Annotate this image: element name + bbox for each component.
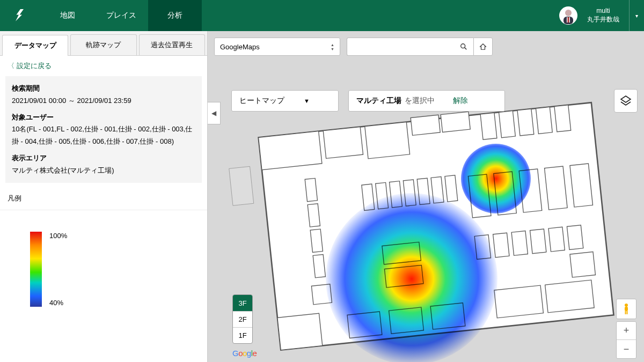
svg-rect-45: [389, 307, 424, 334]
tab-track-map[interactable]: 軌跡マップ: [70, 34, 136, 55]
svg-rect-10: [480, 113, 497, 139]
user-name: 丸手井数哉: [587, 16, 619, 24]
svg-point-48: [461, 44, 465, 48]
svg-rect-16: [308, 204, 320, 227]
svg-rect-46: [430, 303, 465, 329]
layers-icon: [619, 94, 632, 107]
svg-rect-14: [554, 105, 571, 132]
chevron-left-icon: 〈: [8, 61, 14, 71]
home-icon: [479, 43, 487, 50]
svg-rect-20: [277, 313, 323, 350]
pegman-button[interactable]: [616, 299, 636, 319]
floorplan-canvas: [215, 74, 636, 362]
svg-rect-32: [570, 164, 593, 207]
tab-data-map[interactable]: データマップ: [2, 35, 68, 56]
site-select[interactable]: マルティ工場 を選択中 解除: [348, 90, 505, 112]
users-label: 対象ユーザー: [12, 112, 195, 124]
zoom-in-button[interactable]: +: [617, 322, 636, 340]
svg-rect-23: [390, 181, 402, 208]
svg-rect-53: [627, 311, 628, 314]
svg-rect-28: [468, 174, 491, 218]
sidebar: データマップ 軌跡マップ 過去位置再生 〈 設定に戻る 検索期間 2021/09…: [0, 31, 208, 362]
svg-rect-43: [570, 252, 596, 278]
users-value: 10名(FL - 001,FL - 002,仕掛 - 001,仕掛 - 002,…: [12, 123, 195, 148]
back-to-settings[interactable]: 〈 設定に戻る: [0, 56, 207, 76]
period-value: 2021/09/01 00:00 ～ 2021/09/01 23:59: [12, 95, 195, 107]
user-org: multi: [587, 7, 619, 16]
svg-rect-9: [441, 112, 470, 132]
svg-rect-33: [382, 242, 421, 264]
svg-rect-29: [494, 172, 517, 215]
search-icon: [460, 43, 467, 50]
svg-rect-36: [493, 233, 509, 257]
svg-rect-12: [517, 109, 534, 136]
map-toolbar: GoogleMaps ▲▼: [214, 38, 638, 56]
floor-1f[interactable]: 1F: [233, 327, 252, 343]
svg-rect-8: [411, 115, 440, 135]
svg-rect-7: [365, 122, 410, 158]
nav-analysis[interactable]: 分析: [148, 0, 202, 31]
site-select-value: マルティ工場: [356, 96, 401, 106]
svg-point-0: [565, 10, 572, 16]
floor-3f[interactable]: 3F: [233, 295, 252, 311]
svg-rect-34: [384, 265, 423, 287]
svg-rect-41: [494, 285, 544, 318]
sidebar-collapse-handle[interactable]: ◀: [208, 102, 221, 124]
query-info-box: 検索期間 2021/09/01 00:00 ～ 2021/09/01 23:59…: [5, 76, 202, 183]
svg-rect-3: [568, 17, 569, 23]
triangle-left-icon: ◀: [211, 109, 216, 117]
layers-button[interactable]: [614, 89, 638, 113]
svg-rect-22: [376, 182, 389, 209]
legend-body: 100% 40%: [0, 210, 207, 307]
visualization-select[interactable]: ヒートマップ ▼: [231, 90, 339, 112]
svg-rect-44: [347, 312, 382, 338]
tab-past-replay[interactable]: 過去位置再生: [139, 34, 205, 55]
site-clear-button[interactable]: 解除: [453, 96, 468, 106]
svg-rect-25: [417, 178, 430, 204]
area-value: マルティ株式会社(マルティ工場): [12, 165, 195, 177]
home-button[interactable]: [473, 38, 493, 56]
user-menu-caret[interactable]: ▾: [629, 0, 644, 31]
legend-max: 100%: [49, 232, 67, 240]
site-select-suffix: を選択中: [405, 96, 435, 106]
legend-min: 40%: [49, 299, 67, 307]
svg-rect-24: [403, 180, 416, 206]
svg-line-49: [465, 48, 467, 50]
area-label: 表示エリア: [12, 152, 195, 165]
nav-map[interactable]: 地図: [41, 0, 94, 31]
zoom-control: + −: [616, 321, 636, 359]
google-logo: Google: [232, 349, 257, 358]
period-label: 検索期間: [12, 83, 195, 95]
svg-rect-18: [313, 255, 325, 278]
map-area[interactable]: GoogleMaps ▲▼ ◀ ヒートマップ ▼ マルティ工場: [208, 31, 644, 362]
search-input[interactable]: [347, 38, 454, 56]
floor-2f[interactable]: 2F: [233, 311, 252, 327]
legend-title: 凡例: [0, 187, 207, 210]
svg-rect-13: [536, 107, 552, 134]
svg-rect-21: [362, 184, 375, 210]
select-caret-icon: ▲▼: [331, 43, 334, 51]
app-header: 地図 プレイス 分析 multi 丸手井数哉 ▾: [0, 0, 644, 31]
svg-point-50: [625, 304, 628, 307]
basemap-select[interactable]: GoogleMaps ▲▼: [214, 38, 340, 56]
sidebar-tabs: データマップ 軌跡マップ 過去位置再生: [0, 31, 207, 56]
svg-rect-30: [519, 169, 542, 212]
svg-rect-6: [323, 127, 363, 158]
svg-rect-42: [545, 280, 595, 313]
search-button[interactable]: [454, 38, 473, 56]
avatar[interactable]: [559, 6, 577, 25]
back-link-label: 設定に戻る: [17, 61, 52, 71]
visualization-select-label: ヒートマップ: [239, 96, 284, 106]
user-info: multi 丸手井数哉: [587, 7, 619, 24]
svg-rect-17: [310, 229, 323, 252]
svg-rect-5: [259, 131, 322, 170]
svg-rect-26: [431, 176, 444, 203]
triangle-down-icon: ▼: [304, 98, 310, 104]
svg-rect-38: [530, 229, 546, 254]
svg-rect-37: [511, 231, 528, 256]
svg-rect-27: [445, 175, 458, 202]
zoom-out-button[interactable]: −: [617, 340, 636, 358]
brand-logo[interactable]: [0, 8, 41, 24]
floor-picker: 3F 2F 1F: [232, 294, 253, 344]
nav-place[interactable]: プレイス: [94, 0, 148, 31]
